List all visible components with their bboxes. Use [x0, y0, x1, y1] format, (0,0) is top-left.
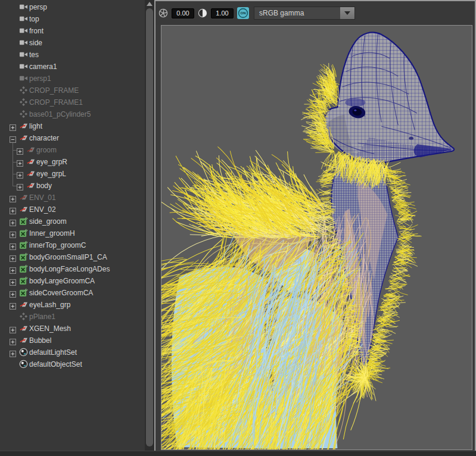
outliner-item-character[interactable]: character [0, 132, 145, 144]
outliner-item-bodyLargeGroomCA[interactable]: bodyLargeGroomCA [0, 275, 145, 287]
expand-toggle[interactable] [10, 242, 16, 248]
collapse-toggle[interactable] [10, 135, 16, 141]
cassowary-head-wireframe [324, 32, 454, 163]
outliner-item-label: ENV_01 [29, 192, 56, 204]
expand-toggle[interactable] [10, 325, 16, 332]
expand-toggle[interactable] [10, 301, 16, 308]
outliner-item-label: tes [29, 49, 39, 61]
gamma-field[interactable]: 1.00 [211, 8, 234, 18]
outliner-item-label: side [29, 37, 42, 49]
outliner-item-label: persp1 [29, 73, 51, 85]
outliner-item-label: ENV_02 [29, 204, 56, 215]
view-transform-dropdown[interactable]: sRGB gamma [254, 7, 355, 20]
outliner-item-sideCoverGroomCA[interactable]: sideCoverGroomCA [0, 287, 145, 299]
tree-line [13, 186, 17, 186]
outliner-item-groom[interactable]: groom [0, 144, 145, 156]
outliner-item-tes[interactable]: tes [0, 49, 145, 61]
expand-toggle[interactable] [10, 277, 16, 284]
outliner-item-Inner_groomH[interactable]: Inner_groomH [0, 227, 145, 239]
outliner-item-top[interactable]: top [0, 13, 145, 25]
outliner-item-defaultObjectSet[interactable]: defaultObjectSet [0, 358, 145, 370]
expand-toggle[interactable] [10, 349, 16, 355]
outliner-item-CROP_FRAME1[interactable]: CROP_FRAME1 [0, 96, 145, 108]
outliner-item-defaultLightSet[interactable]: defaultLightSet [0, 346, 145, 358]
expand-toggle[interactable] [10, 266, 16, 272]
viewport-canvas[interactable] [161, 26, 472, 449]
outliner-item-ENV_02[interactable]: ENV_02 [0, 204, 145, 215]
outliner-list: persptopfrontsidetescamera1persp1CROP_FR… [0, 1, 145, 370]
mesh-icon [19, 86, 28, 95]
outliner-item-camera1[interactable]: camera1 [0, 61, 145, 73]
outliner-item-eye_grpL[interactable]: eye_grpL [0, 168, 145, 180]
gamma-contrast-icon [198, 8, 207, 18]
outliner-item-pPlane1[interactable]: pPlane1 [0, 311, 145, 323]
outliner-item-body[interactable]: body [0, 180, 145, 192]
outliner-item-side_groom[interactable]: side_groom [0, 215, 145, 227]
outliner-item-label: bodyLongFaceLongADes [29, 263, 110, 275]
expand-toggle[interactable] [10, 218, 16, 224]
set-icon [19, 360, 28, 368]
scrollbar-thumb[interactable] [146, 8, 153, 446]
viewport-color-toolbar: 0.00 1.00 ON sRGB gamma [155, 1, 475, 25]
dropdown-arrow-button[interactable] [340, 7, 354, 19]
mesh-icon [19, 312, 28, 321]
outliner-item-ENV_01[interactable]: ENV_01 [0, 192, 145, 204]
mesh-icon [19, 98, 28, 107]
outliner-item-label: camera1 [29, 61, 57, 73]
outliner-item-label: innerTop_groomC [29, 239, 86, 251]
outliner-item-base01_pCylinder5[interactable]: base01_pCylinder5 [0, 108, 145, 120]
outliner-item-Bubbel[interactable]: Bubbel [0, 335, 145, 346]
outliner-item-persp[interactable]: persp [0, 1, 145, 13]
outliner-item-label: side_groom [29, 215, 67, 227]
outliner-item-label: sideCoverGroomCA [29, 287, 93, 299]
outliner-item-label: front [29, 25, 43, 37]
expand-toggle[interactable] [17, 146, 23, 153]
outliner-item-label: bodyGroomSmallP1_CA [29, 251, 107, 263]
outliner-item-light[interactable]: light [0, 120, 145, 132]
scroll-up-arrow-icon[interactable] [147, 2, 153, 6]
outliner-item-front[interactable]: front [0, 25, 145, 37]
transform-icon [19, 121, 28, 130]
outliner-item-CROP_FRAME[interactable]: CROP_FRAME [0, 85, 145, 96]
outliner-item-bodyGroomSmallP1_CA[interactable]: bodyGroomSmallP1_CA [0, 251, 145, 263]
set-icon [19, 348, 28, 357]
transform-icon [26, 169, 35, 178]
xgen-icon [19, 241, 28, 249]
outliner-item-innerTop_groomC[interactable]: innerTop_groomC [0, 239, 145, 251]
transform-icon [19, 193, 28, 202]
expand-toggle[interactable] [10, 194, 16, 201]
expand-toggle[interactable] [10, 123, 16, 129]
outliner-item-label: light [29, 120, 42, 132]
outliner-item-label: base01_pCylinder5 [29, 108, 91, 120]
xgen-icon [19, 288, 28, 297]
maya-window: persptopfrontsidetescamera1persp1CROP_FR… [0, 0, 476, 456]
xgen-icon [19, 276, 28, 285]
on-label: ON [241, 11, 246, 15]
outliner-item-label: Bubbel [29, 335, 51, 346]
chevron-down-icon [344, 11, 350, 15]
color-management-toggle[interactable]: ON [237, 7, 249, 19]
exposure-icon [158, 8, 168, 18]
expand-toggle[interactable] [10, 337, 16, 343]
expand-toggle[interactable] [17, 182, 23, 189]
tree-line [13, 180, 13, 186]
outliner-item-label: persp [29, 1, 47, 13]
expand-toggle[interactable] [10, 230, 16, 236]
expand-toggle[interactable] [10, 254, 16, 260]
expand-toggle[interactable] [10, 289, 16, 296]
outliner-item-bodyLongFaceLongADes[interactable]: bodyLongFaceLongADes [0, 263, 145, 275]
outliner-scrollbar[interactable] [145, 0, 154, 451]
transform-icon [19, 300, 28, 309]
bottom-edge-strip [0, 451, 476, 456]
expand-toggle[interactable] [17, 158, 23, 165]
mesh-icon [19, 110, 28, 118]
outliner-item-eyeLash_grp[interactable]: eyeLash_grp [0, 299, 145, 311]
transform-icon [19, 205, 28, 214]
outliner-item-persp1[interactable]: persp1 [0, 73, 145, 85]
outliner-item-XGEN_Mesh[interactable]: XGEN_Mesh [0, 323, 145, 335]
exposure-field[interactable]: 0.00 [172, 8, 194, 18]
expand-toggle[interactable] [17, 170, 23, 177]
outliner-item-side[interactable]: side [0, 37, 145, 49]
expand-toggle[interactable] [10, 206, 16, 213]
outliner-item-eye_grpR[interactable]: eye_grpR [0, 156, 145, 168]
